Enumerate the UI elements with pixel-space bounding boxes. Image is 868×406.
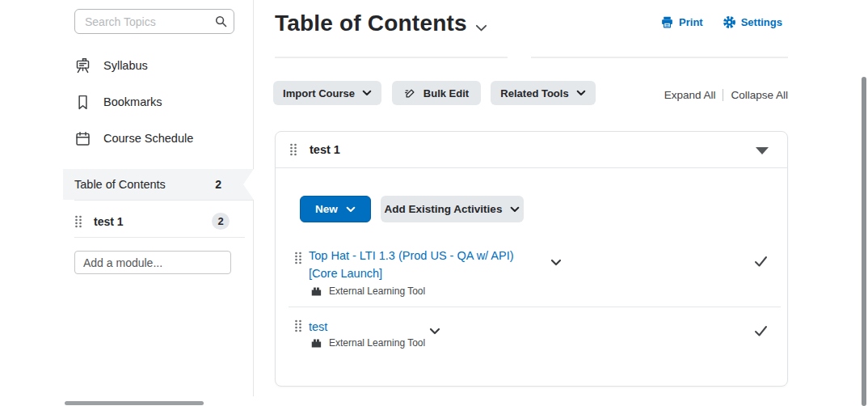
item-type-line: External Learning Tool <box>310 337 425 349</box>
toc-label: Table of Contents <box>74 178 166 191</box>
page-title: Table of Contents <box>275 11 467 36</box>
drag-handle-icon[interactable] <box>294 319 302 332</box>
chevron-down-icon <box>362 90 372 96</box>
chevron-down-icon <box>346 206 356 213</box>
bookmark-icon <box>74 94 91 111</box>
checkmark-icon[interactable] <box>754 325 768 336</box>
external-learning-tool-icon <box>310 286 322 297</box>
new-button[interactable]: New <box>300 196 371 222</box>
chevron-down-icon[interactable] <box>550 259 562 266</box>
new-label: New <box>315 203 338 215</box>
chevron-down-icon[interactable] <box>429 328 440 335</box>
toc-count: 2 <box>215 178 221 191</box>
sidebar-item-label: Bookmarks <box>103 95 162 108</box>
module-label: test 1 <box>94 215 124 228</box>
search-input[interactable] <box>74 9 234 34</box>
add-existing-activities-label: Add Existing Activities <box>385 203 503 215</box>
syllabus-icon <box>74 57 91 74</box>
related-tools-label: Related Tools <box>500 87 568 99</box>
print-button[interactable]: Print <box>660 15 703 29</box>
chevron-down-icon <box>510 206 520 213</box>
settings-button[interactable]: Settings <box>723 15 782 29</box>
chevron-down-icon <box>576 90 586 96</box>
triangle-down-icon[interactable] <box>756 147 769 154</box>
sidebar-item-bookmarks[interactable]: Bookmarks <box>74 92 162 112</box>
pencil-icon <box>404 87 416 99</box>
table-of-contents-page: Syllabus Bookmarks Course Schedule Table… <box>0 0 868 406</box>
item-type-line: External Learning Tool <box>310 285 425 297</box>
search-topics-field <box>74 9 234 34</box>
external-learning-tool-icon <box>310 338 322 349</box>
collapse-all-link[interactable]: Collapse All <box>731 89 788 101</box>
add-existing-activities-button[interactable]: Add Existing Activities <box>381 196 524 222</box>
sidebar-divider-line <box>74 237 245 238</box>
item-type-label: External Learning Tool <box>329 285 425 297</box>
vertical-separator <box>723 89 723 101</box>
bulk-edit-button[interactable]: Bulk Edit <box>392 81 481 105</box>
sidebar-item-label: Course Schedule <box>103 132 193 145</box>
header-divider <box>275 57 508 58</box>
expand-collapse-controls: Expand All Collapse All <box>664 89 788 101</box>
sidebar-item-label: Syllabus <box>103 59 148 72</box>
bulk-edit-label: Bulk Edit <box>423 87 469 99</box>
drag-handle-icon[interactable] <box>74 215 82 228</box>
expand-all-link[interactable]: Expand All <box>664 89 716 101</box>
sidebar-item-table-of-contents-selected[interactable]: Table of Contents 2 <box>63 169 254 200</box>
import-course-label: Import Course <box>283 87 355 99</box>
module-card-title: test 1 <box>310 143 340 156</box>
drag-handle-icon[interactable] <box>294 252 302 264</box>
print-label: Print <box>679 16 703 28</box>
add-module-input[interactable] <box>74 251 231 274</box>
add-module-field <box>74 251 231 274</box>
module-card-test-1: test 1 New Add Existing Activities <box>275 131 788 387</box>
content-item-link[interactable]: test <box>309 318 529 336</box>
item-type-label: External Learning Tool <box>329 337 425 349</box>
chevron-down-icon[interactable] <box>475 23 487 33</box>
sidebar-divider-line <box>74 200 253 201</box>
search-icon[interactable] <box>214 15 228 28</box>
checkmark-icon[interactable] <box>754 256 768 267</box>
horizontal-scrollbar[interactable] <box>65 401 204 405</box>
module-count-badge: 2 <box>212 213 230 230</box>
module-card-header[interactable]: test 1 <box>276 132 787 168</box>
sidebar-item-syllabus[interactable]: Syllabus <box>74 56 148 75</box>
settings-label: Settings <box>741 16 782 28</box>
gear-icon <box>723 15 736 29</box>
item-separator <box>289 307 781 307</box>
printer-icon <box>660 15 674 29</box>
sidebar-item-course-schedule[interactable]: Course Schedule <box>74 129 193 148</box>
page-actions: Print Settings <box>660 15 782 29</box>
vertical-scrollbar[interactable] <box>862 77 866 406</box>
content-item-link[interactable]: Top Hat - LTI 1.3 (Prod US - QA w/ API) … <box>309 247 529 282</box>
calendar-icon <box>74 130 91 147</box>
related-tools-button[interactable]: Related Tools <box>491 81 596 105</box>
drag-handle-icon[interactable] <box>289 143 297 156</box>
header-divider <box>531 57 788 58</box>
sidebar-item-test-1-module[interactable]: test 1 2 <box>74 209 244 234</box>
import-course-button[interactable]: Import Course <box>273 81 381 105</box>
